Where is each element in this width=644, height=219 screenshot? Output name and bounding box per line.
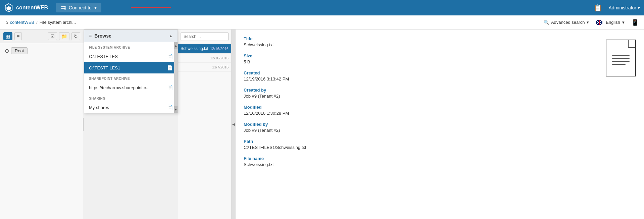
size-field: Size 5 B <box>244 53 596 64</box>
path-value: C:\TESTFILES1\Schweissing.txt <box>244 145 596 150</box>
my-shares-icon: 📄 <box>167 105 173 110</box>
file-name: Schweissing.txt <box>181 46 208 51</box>
grid-view-button[interactable]: ▦ <box>3 32 12 40</box>
connect-to-caret: ▾ <box>94 5 97 10</box>
created-label: Created <box>244 70 596 75</box>
file-date: 11/7/2016 <box>212 65 229 69</box>
size-value: 5 B <box>244 59 596 64</box>
document-icon <box>606 40 636 76</box>
fs-archive-section-label: FILE SYSTEM ARCHIVE <box>84 42 178 51</box>
left-panel: ▦ ≡ ☑ 📁 ↻ ⊕ Root ◀ <box>0 30 84 219</box>
main-area: ▦ ≡ ☑ 📁 ↻ ⊕ Root ◀ ≡ Browse ▲ FILE SYSTE… <box>0 30 644 219</box>
refresh-button[interactable]: ↻ <box>71 32 80 40</box>
fs-testfiles1-icon: 📄 <box>167 65 173 70</box>
created-by-label: Created by <box>244 88 596 93</box>
dropdown-scrollbar[interactable]: ▲ ▼ <box>174 42 178 113</box>
language-button[interactable]: English ▾ <box>596 20 625 25</box>
modified-field: Modified 12/16/2016 1:30:28 PM <box>244 105 596 116</box>
created-by-value: Job #9 (Tenant #2) <box>244 94 596 99</box>
filename-value: Schweissing.txt <box>244 162 596 167</box>
advanced-search-caret: ▾ <box>587 20 589 25</box>
svg-point-4 <box>64 6 66 7</box>
file-item[interactable]: 12/16/2016 <box>178 54 231 63</box>
my-shares-item[interactable]: My shares 📄 <box>84 102 178 113</box>
filename-label: File name <box>244 156 596 161</box>
created-field: Created 12/19/2016 3:13:42 PM <box>244 70 596 81</box>
language-caret: ▾ <box>622 20 625 25</box>
middle-panel: Schweissing.txt 12/16/2016 12/16/2016 11… <box>178 30 232 219</box>
advanced-search-button[interactable]: 🔍 Advanced search ▾ <box>544 20 589 25</box>
connect-to-button[interactable]: Connect to ▾ <box>56 3 101 12</box>
created-by-field: Created by Job #9 (Tenant #2) <box>244 88 596 99</box>
nav-right-area: 📋 Administrator ▾ <box>592 2 640 13</box>
modified-by-value: Job #9 (Tenant #2) <box>244 128 596 133</box>
clipboard-button[interactable]: 📋 <box>592 2 603 13</box>
svg-point-5 <box>64 8 66 9</box>
scroll-up-button[interactable]: ▲ <box>174 42 178 49</box>
dropdown-collapse-button[interactable]: ▲ <box>169 34 173 38</box>
tree-root-item[interactable]: ⊕ Root <box>3 46 81 56</box>
left-panel-collapse-button[interactable]: ◀ <box>83 118 84 131</box>
detail-fields: Title Schweissing.txt Size 5 B Created 1… <box>244 36 596 212</box>
root-label: Root <box>11 47 28 54</box>
scroll-down-button[interactable]: ▼ <box>174 106 178 113</box>
folder-button[interactable]: 📁 <box>59 32 69 40</box>
document-lines <box>607 55 634 65</box>
app-name: contentWEB <box>16 5 48 11</box>
sp-sharepoint-icon: 📄 <box>167 85 173 90</box>
sp-sharepoint-item[interactable]: https://techarrow.sharepoint.c... 📄 <box>84 82 178 93</box>
home-icon: ⌂ <box>5 20 8 25</box>
scroll-thumb <box>174 49 178 106</box>
browse-label: Browse <box>94 33 111 39</box>
title-field: Title Schweissing.txt <box>244 36 596 47</box>
svg-rect-3 <box>61 8 64 9</box>
browse-icon: ≡ <box>89 33 92 39</box>
breadcrumb: ⌂ contentWEB / File system archi... <box>5 20 544 25</box>
middle-panel-collapse-handle[interactable]: ◀ <box>232 30 236 219</box>
breadcrumb-current: File system archi... <box>40 20 76 25</box>
my-shares-label: My shares <box>89 105 109 110</box>
toolbar-row: ▦ ≡ ☑ 📁 ↻ <box>0 30 84 43</box>
admin-label: Administrator <box>609 5 636 10</box>
flag-icon <box>596 20 602 25</box>
size-label: Size <box>244 53 596 58</box>
check-button[interactable]: ☑ <box>48 32 57 40</box>
admin-menu-button[interactable]: Administrator ▾ <box>609 5 640 10</box>
search-input[interactable] <box>181 32 229 41</box>
file-item[interactable]: 11/7/2016 <box>178 63 231 72</box>
search-box <box>178 30 231 44</box>
clipboard-icon: 📋 <box>594 4 602 11</box>
list-view-button[interactable]: ≡ <box>14 32 22 40</box>
fs-testfiles1-label: C:\TESTFILES1 <box>89 65 120 70</box>
fs-testfiles1-item[interactable]: C:\TESTFILES1 📄 <box>84 62 178 73</box>
doc-line-1 <box>612 55 630 56</box>
sp-archive-section-label: SHAREPOINT ARCHIVE <box>84 73 178 82</box>
sharing-section-label: SHARING <box>84 93 178 102</box>
advanced-search-label: Advanced search <box>551 20 585 25</box>
modified-by-label: Modified by <box>244 122 596 127</box>
doc-line-3 <box>612 61 630 62</box>
modified-label: Modified <box>244 105 596 110</box>
dropdown-header: ≡ Browse ▲ <box>84 30 178 42</box>
file-item[interactable]: Schweissing.txt 12/16/2016 <box>178 44 231 54</box>
breadcrumb-home-link[interactable]: contentWEB <box>10 20 34 25</box>
file-date: 12/16/2016 <box>210 56 229 60</box>
sp-sharepoint-label: https://techarrow.sharepoint.c... <box>89 85 150 90</box>
path-field: Path C:\TESTFILES1\Schweissing.txt <box>244 139 596 150</box>
expand-root-button[interactable]: ⊕ <box>5 48 9 54</box>
fs-testfiles-label: C:\TESTFILES <box>89 54 118 59</box>
file-date: 12/16/2016 <box>210 47 229 51</box>
path-label: Path <box>244 139 596 144</box>
language-label: English <box>606 20 620 25</box>
fs-testfiles-item[interactable]: C:\TESTFILES 📄 <box>84 51 178 62</box>
mobile-icon: 📱 <box>631 19 639 26</box>
created-value: 12/19/2016 3:13:42 PM <box>244 76 596 81</box>
dropdown-title: ≡ Browse <box>89 33 111 39</box>
svg-marker-1 <box>6 6 11 10</box>
title-value: Schweissing.txt <box>244 42 596 47</box>
red-indicator-line <box>131 7 171 8</box>
breadcrumb-separator: / <box>36 20 38 25</box>
connect-to-label: Connect to <box>69 5 92 10</box>
browse-dropdown: ≡ Browse ▲ FILE SYSTEM ARCHIVE C:\TESTFI… <box>84 30 178 113</box>
doc-line-4 <box>612 64 626 65</box>
